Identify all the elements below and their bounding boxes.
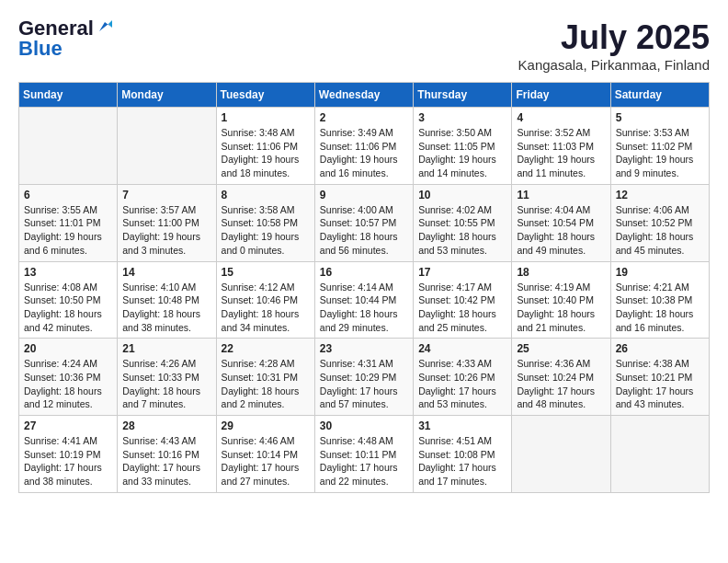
calendar-day-header: Tuesday (216, 83, 314, 108)
calendar-cell: 29Sunrise: 4:46 AM Sunset: 10:14 PM Dayl… (216, 416, 314, 493)
day-info: Sunrise: 4:06 AM Sunset: 10:52 PM Daylig… (616, 203, 704, 258)
calendar-day-header: Friday (512, 83, 610, 108)
calendar-cell: 3Sunrise: 3:50 AM Sunset: 11:05 PM Dayli… (414, 108, 512, 185)
day-info: Sunrise: 4:24 AM Sunset: 10:36 PM Daylig… (24, 357, 112, 411)
calendar-cell: 4Sunrise: 3:52 AM Sunset: 11:03 PM Dayli… (512, 108, 610, 185)
calendar-cell: 18Sunrise: 4:19 AM Sunset: 10:40 PM Dayl… (512, 261, 610, 339)
calendar-week-row: 1Sunrise: 3:48 AM Sunset: 11:06 PM Dayli… (19, 108, 710, 185)
day-number: 8 (222, 189, 310, 201)
day-number: 26 (616, 342, 704, 355)
calendar-cell: 23Sunrise: 4:31 AM Sunset: 10:29 PM Dayl… (314, 339, 413, 416)
day-number: 23 (320, 342, 408, 355)
day-info: Sunrise: 4:38 AM Sunset: 10:21 PM Daylig… (616, 357, 704, 411)
day-info: Sunrise: 3:52 AM Sunset: 11:03 PM Daylig… (517, 126, 605, 180)
location-text: Kangasala, Pirkanmaa, Finland (518, 57, 710, 73)
day-info: Sunrise: 3:58 AM Sunset: 10:58 PM Daylig… (222, 203, 310, 258)
calendar-cell (610, 416, 709, 493)
day-number: 15 (222, 266, 310, 279)
calendar-cell: 12Sunrise: 4:06 AM Sunset: 10:52 PM Dayl… (610, 184, 709, 261)
calendar-week-row: 27Sunrise: 4:41 AM Sunset: 10:19 PM Dayl… (19, 416, 710, 493)
day-info: Sunrise: 4:28 AM Sunset: 10:31 PM Daylig… (222, 357, 310, 411)
day-number: 29 (222, 419, 310, 432)
calendar-cell: 20Sunrise: 4:24 AM Sunset: 10:36 PM Dayl… (19, 339, 118, 416)
day-info: Sunrise: 3:49 AM Sunset: 11:06 PM Daylig… (320, 126, 408, 180)
day-number: 13 (24, 266, 112, 279)
logo: General Blue (18, 18, 112, 59)
day-number: 1 (222, 111, 310, 124)
day-number: 16 (320, 266, 408, 279)
calendar-cell: 17Sunrise: 4:17 AM Sunset: 10:42 PM Dayl… (414, 261, 512, 339)
calendar-week-row: 13Sunrise: 4:08 AM Sunset: 10:50 PM Dayl… (19, 261, 710, 339)
day-number: 5 (616, 111, 704, 124)
day-info: Sunrise: 4:14 AM Sunset: 10:44 PM Daylig… (320, 281, 408, 335)
day-info: Sunrise: 4:00 AM Sunset: 10:57 PM Daylig… (320, 203, 408, 258)
day-number: 17 (418, 266, 506, 279)
page-header: General Blue July 2025 Kangasala, Pirkan… (18, 18, 710, 73)
calendar-cell: 22Sunrise: 4:28 AM Sunset: 10:31 PM Dayl… (216, 339, 314, 416)
day-info: Sunrise: 4:43 AM Sunset: 10:16 PM Daylig… (122, 434, 210, 488)
day-number: 7 (122, 189, 210, 201)
calendar-week-row: 20Sunrise: 4:24 AM Sunset: 10:36 PM Dayl… (19, 339, 710, 416)
calendar-cell: 8Sunrise: 3:58 AM Sunset: 10:58 PM Dayli… (216, 184, 314, 261)
svg-marker-1 (108, 20, 112, 28)
calendar-cell: 2Sunrise: 3:49 AM Sunset: 11:06 PM Dayli… (314, 108, 413, 185)
calendar-cell (118, 108, 216, 185)
day-info: Sunrise: 3:55 AM Sunset: 11:01 PM Daylig… (24, 203, 112, 258)
day-number: 3 (418, 111, 506, 124)
calendar-day-header: Wednesday (314, 83, 413, 108)
day-number: 31 (418, 419, 506, 432)
day-info: Sunrise: 3:57 AM Sunset: 11:00 PM Daylig… (122, 203, 210, 258)
calendar-cell: 11Sunrise: 4:04 AM Sunset: 10:54 PM Dayl… (512, 184, 610, 261)
day-number: 25 (517, 342, 605, 355)
day-number: 6 (24, 189, 112, 201)
day-info: Sunrise: 4:08 AM Sunset: 10:50 PM Daylig… (24, 281, 112, 335)
day-number: 24 (418, 342, 506, 355)
day-info: Sunrise: 4:26 AM Sunset: 10:33 PM Daylig… (122, 357, 210, 411)
day-number: 19 (616, 266, 704, 279)
day-number: 9 (320, 189, 408, 201)
calendar-day-header: Thursday (414, 83, 512, 108)
calendar-week-row: 6Sunrise: 3:55 AM Sunset: 11:01 PM Dayli… (19, 184, 710, 261)
day-number: 10 (418, 189, 506, 201)
day-info: Sunrise: 4:04 AM Sunset: 10:54 PM Daylig… (517, 203, 605, 258)
day-info: Sunrise: 4:17 AM Sunset: 10:42 PM Daylig… (418, 281, 506, 335)
calendar-day-header: Sunday (19, 83, 118, 108)
calendar-cell: 21Sunrise: 4:26 AM Sunset: 10:33 PM Dayl… (118, 339, 216, 416)
title-block: July 2025 Kangasala, Pirkanmaa, Finland (518, 18, 710, 73)
day-number: 20 (24, 342, 112, 355)
calendar-cell: 16Sunrise: 4:14 AM Sunset: 10:44 PM Dayl… (314, 261, 413, 339)
calendar-cell: 19Sunrise: 4:21 AM Sunset: 10:38 PM Dayl… (610, 261, 709, 339)
calendar-cell: 27Sunrise: 4:41 AM Sunset: 10:19 PM Dayl… (19, 416, 118, 493)
day-info: Sunrise: 3:50 AM Sunset: 11:05 PM Daylig… (418, 126, 506, 180)
day-info: Sunrise: 4:10 AM Sunset: 10:48 PM Daylig… (122, 281, 210, 335)
day-info: Sunrise: 4:36 AM Sunset: 10:24 PM Daylig… (517, 357, 605, 411)
day-info: Sunrise: 3:53 AM Sunset: 11:02 PM Daylig… (616, 126, 704, 180)
calendar-cell: 6Sunrise: 3:55 AM Sunset: 11:01 PM Dayli… (19, 184, 118, 261)
day-number: 27 (24, 419, 112, 432)
day-info: Sunrise: 4:48 AM Sunset: 10:11 PM Daylig… (320, 434, 408, 488)
day-info: Sunrise: 4:12 AM Sunset: 10:46 PM Daylig… (222, 281, 310, 335)
day-number: 4 (517, 111, 605, 124)
day-number: 11 (517, 189, 605, 201)
day-number: 28 (122, 419, 210, 432)
day-number: 2 (320, 111, 408, 124)
calendar-cell: 7Sunrise: 3:57 AM Sunset: 11:00 PM Dayli… (118, 184, 216, 261)
month-year-title: July 2025 (518, 18, 710, 57)
calendar-cell (512, 416, 610, 493)
calendar-cell: 10Sunrise: 4:02 AM Sunset: 10:55 PM Dayl… (414, 184, 512, 261)
day-number: 12 (616, 189, 704, 201)
day-info: Sunrise: 4:31 AM Sunset: 10:29 PM Daylig… (320, 357, 408, 411)
day-info: Sunrise: 4:02 AM Sunset: 10:55 PM Daylig… (418, 203, 506, 258)
logo-blue-text: Blue (18, 39, 63, 59)
calendar-cell: 9Sunrise: 4:00 AM Sunset: 10:57 PM Dayli… (314, 184, 413, 261)
calendar-cell: 13Sunrise: 4:08 AM Sunset: 10:50 PM Dayl… (19, 261, 118, 339)
day-info: Sunrise: 4:33 AM Sunset: 10:26 PM Daylig… (418, 357, 506, 411)
day-info: Sunrise: 4:46 AM Sunset: 10:14 PM Daylig… (222, 434, 310, 488)
calendar-cell (19, 108, 118, 185)
day-info: Sunrise: 4:19 AM Sunset: 10:40 PM Daylig… (517, 281, 605, 335)
day-number: 14 (122, 266, 210, 279)
day-number: 22 (222, 342, 310, 355)
day-number: 30 (320, 419, 408, 432)
calendar-cell: 14Sunrise: 4:10 AM Sunset: 10:48 PM Dayl… (118, 261, 216, 339)
day-info: Sunrise: 4:51 AM Sunset: 10:08 PM Daylig… (418, 434, 506, 488)
